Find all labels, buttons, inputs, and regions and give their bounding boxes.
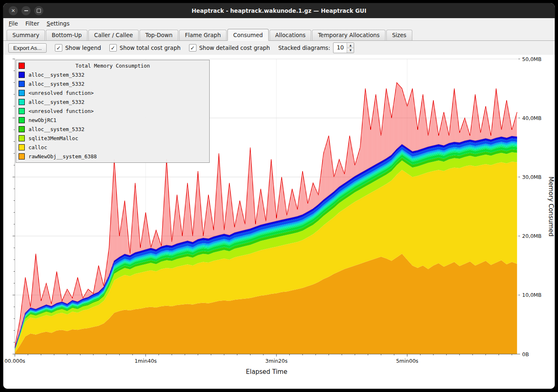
x-tick-label: 5min00s [396,358,418,364]
tab-allocations[interactable]: Allocations [270,30,312,40]
legend-item-alloc-system-5332: alloc__system_5332 [16,79,209,88]
window-controls: ✕ [9,6,43,15]
minimize-button[interactable] [21,6,31,15]
close-button[interactable]: ✕ [9,6,18,15]
legend-label: alloc__system_5332 [28,72,84,78]
tab-summary[interactable]: Summary [7,30,45,40]
menubar: FileFilterSettings [3,18,555,29]
legend-label: alloc__system_5332 [28,81,84,87]
legend-label: alloc__system_5332 [28,99,84,105]
legend-swatch [19,135,25,141]
tab-top-down[interactable]: Top-Down [140,30,178,40]
tab-temporary-allocations[interactable]: Temporary Allocations [312,30,385,40]
legend-item-unresolved-function: <unresolved function> [16,88,209,97]
legend-item-newobjrc1: newObjRC1 [16,115,209,124]
tab-caller-callee[interactable]: Caller / Callee [88,30,139,40]
heaptrack-window: ✕ Heaptrack - heaptrack.wakunode.1.gz — … [3,3,555,389]
minimize-icon [24,10,28,11]
legend-swatch [19,90,25,96]
x-tick-label: 1min40s [135,358,157,364]
x-tick-label: 00.000s [5,358,25,364]
titlebar: ✕ Heaptrack - heaptrack.wakunode.1.gz — … [3,3,555,18]
chart-area: 00.000s1min40s3min20s5min00s0B10,0MB20,0… [3,55,555,389]
legend-label: calloc [28,144,47,150]
checkbox-box[interactable]: ✓ [109,44,117,52]
checkbox-show-detailed-cost-graph[interactable]: ✓Show detailed cost graph [189,44,270,52]
tabbar: SummaryBottom-UpCaller / CalleeTop-DownF… [3,29,555,41]
menu-item-filter[interactable]: Filter [22,19,43,28]
menu-item-settings[interactable]: Settings [43,19,73,28]
maximize-button[interactable] [34,6,43,15]
legend-label: newObjRC1 [28,117,57,123]
legend-label: sqlite3MemMalloc [28,135,78,141]
legend-item-unresolved-function: <unresolved function> [16,106,209,115]
legend-label: alloc__system_5332 [28,126,84,132]
tab-sizes[interactable]: Sizes [386,30,412,40]
y-tick-label: 50,0MB [522,56,541,62]
menu-item-file[interactable]: File [5,19,22,28]
y-tick-label: 40,0MB [522,115,541,121]
legend-item-rawnewobj-system-6388: rawNewObj__system_6388 [16,152,209,161]
spinbox-up-icon[interactable]: ▲ [347,43,354,48]
legend-swatch [19,117,25,123]
legend-label: <unresolved function> [28,90,94,96]
tab-flame-graph[interactable]: Flame Graph [179,30,227,40]
checkbox-label: Show total cost graph [120,45,181,51]
legend-swatch [19,144,25,150]
x-tick-label: 3min20s [265,358,288,364]
legend-swatch [19,126,25,132]
legend-title-row: Total Memory Consumption [16,61,209,70]
window-title: Heaptrack - heaptrack.wakunode.1.gz — He… [3,7,555,14]
stacked-diagrams-group: Stacked diagrams: 10 ▲ ▼ [278,42,354,53]
stacked-diagrams-spinbox[interactable]: 10 ▲ ▼ [333,42,354,53]
screen: ✕ Heaptrack - heaptrack.wakunode.1.gz — … [0,0,558,392]
y-tick-label: 20,0MB [522,233,541,239]
checkbox-show-total-cost-graph[interactable]: ✓Show total cost graph [109,44,181,52]
legend-swatch [19,72,25,78]
spinbox-down-icon[interactable]: ▼ [347,48,354,53]
checkbox-show-legend[interactable]: ✓Show legend [55,44,101,52]
stacked-diagrams-label: Stacked diagrams: [278,45,330,51]
maximize-icon [37,9,41,13]
checkbox-group: ✓Show legend✓Show total cost graph✓Show … [55,44,270,52]
spinbox-buttons: ▲ ▼ [347,43,354,53]
legend-item-alloc-system-5332: alloc__system_5332 [16,70,209,79]
checkbox-box[interactable]: ✓ [189,44,196,52]
legend-item-calloc: calloc [16,143,209,152]
tab-bottom-up[interactable]: Bottom-Up [46,30,87,40]
legend-item-alloc-system-5332: alloc__system_5332 [16,97,209,106]
legend-item-alloc-system-5332: alloc__system_5332 [16,124,209,134]
y-axis-title: Memory Consumed [547,176,555,237]
checkbox-box[interactable]: ✓ [55,44,62,52]
spinbox-value[interactable]: 10 [333,43,347,53]
export-as-button[interactable]: Export As... [8,43,47,53]
x-axis-title: Elapsed Time [246,368,287,376]
legend-swatch [19,81,25,87]
y-tick-label: 0B [522,351,529,357]
y-tick-label: 10,0MB [522,292,541,298]
legend-label: <unresolved function> [28,108,94,114]
legend-swatch [19,153,25,160]
legend-label: Total Memory Consumption [16,63,209,69]
legend-swatch [19,108,25,114]
chart-legend: Total Memory Consumptionalloc__system_53… [16,60,210,163]
legend-swatch [19,99,25,105]
checkbox-label: Show legend [65,45,101,51]
tab-consumed[interactable]: Consumed [227,29,269,41]
toolbar: Export As... ✓Show legend✓Show total cos… [3,41,555,55]
y-tick-label: 30,0MB [522,174,541,180]
checkbox-label: Show detailed cost graph [199,45,270,51]
legend-item-sqlite3memmalloc: sqlite3MemMalloc [16,134,209,143]
legend-label: rawNewObj__system_6388 [28,153,97,160]
